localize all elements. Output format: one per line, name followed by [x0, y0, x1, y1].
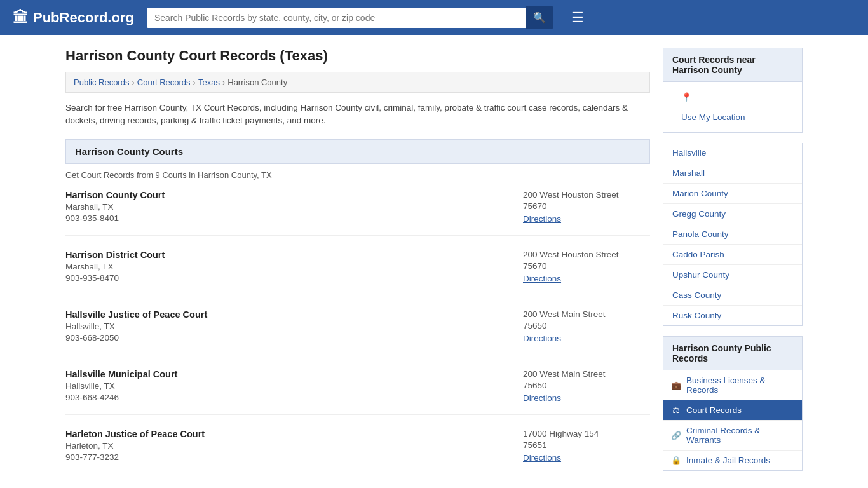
nearby-link-0[interactable]: Hallsville	[663, 143, 802, 163]
pr-icon-1: ⚖	[671, 405, 681, 415]
sidebar: Court Records near Harrison County 📍 Use…	[663, 48, 803, 488]
nearby-list: 📍 Use My Location	[663, 82, 803, 133]
use-location-item[interactable]: 📍 Use My Location	[663, 82, 802, 132]
nearby-item-5[interactable]: Caddo Parish	[663, 245, 802, 265]
search-input[interactable]	[147, 8, 526, 28]
breadcrumb-sep-3: ›	[222, 78, 225, 87]
pr-icon-0: 💼	[671, 381, 681, 390]
court-left-4: Harleton Justice of Peace Court Harleton…	[65, 429, 205, 463]
nearby-link-4[interactable]: Panola County	[663, 224, 802, 244]
pr-item-2[interactable]: 🔗 Criminal Records & Warrants	[663, 421, 802, 451]
nearby-item-1[interactable]: Marshall	[663, 163, 802, 184]
court-left-2: Hallsville Justice of Peace Court Hallsv…	[65, 309, 207, 343]
breadcrumb-court-records[interactable]: Court Records	[137, 78, 191, 87]
breadcrumb-sep-1: ›	[132, 78, 134, 87]
pr-item-3[interactable]: 🔒 Inmate & Jail Records	[663, 451, 802, 470]
nearby-item-2[interactable]: Marion County	[663, 184, 802, 204]
court-entry: Harleton Justice of Peace Court Harleton…	[65, 429, 650, 474]
search-bar: 🔍	[147, 6, 553, 29]
court-name-2: Hallsville Justice of Peace Court	[65, 309, 207, 320]
court-entry: Hallsville Justice of Peace Court Hallsv…	[65, 309, 650, 355]
court-right-1: 200 West Houston Street 75670 Directions	[523, 250, 650, 283]
court-right-4: 17000 Highway 154 75651 Directions	[523, 429, 650, 463]
pr-label-0: Business Licenses & Records	[686, 376, 794, 395]
nearby-item-0[interactable]: Hallsville	[663, 143, 802, 163]
pr-link-3[interactable]: 🔒 Inmate & Jail Records	[663, 451, 802, 470]
nearby-item-4[interactable]: Panola County	[663, 224, 802, 245]
court-phone-0: 903-935-8401	[65, 214, 165, 223]
location-icon: 📍	[672, 87, 793, 107]
directions-link-2[interactable]: Directions	[523, 334, 561, 343]
court-name-1: Harrison District Court	[65, 250, 165, 260]
nearby-items-list: HallsvilleMarshallMarion CountyGregg Cou…	[663, 143, 803, 326]
breadcrumb-harrison-county: Harrison County	[227, 78, 287, 87]
content: Harrison County Court Records (Texas) Pu…	[65, 48, 650, 488]
directions-link-4[interactable]: Directions	[523, 453, 561, 463]
pr-label-3: Inmate & Jail Records	[686, 456, 770, 465]
court-address-2: 200 West Main Street	[523, 309, 650, 319]
court-left-3: Hallsville Municipal Court Hallsville, T…	[65, 369, 177, 403]
logo[interactable]: 🏛 PubRecord.org	[13, 9, 134, 27]
nearby-item-7[interactable]: Cass County	[663, 285, 802, 306]
court-right-3: 200 West Main Street 75650 Directions	[523, 369, 650, 403]
breadcrumb: Public Records › Court Records › Texas ›…	[65, 72, 650, 93]
pr-item-1[interactable]: ⚖ Court Records	[663, 400, 802, 421]
main-layout: Harrison County Court Records (Texas) Pu…	[53, 35, 815, 488]
pr-item-0[interactable]: 💼 Business Licenses & Records	[663, 370, 802, 400]
pr-icon-2: 🔗	[671, 431, 681, 440]
pr-link-1[interactable]: ⚖ Court Records	[663, 400, 802, 420]
court-phone-2: 903-668-2050	[65, 333, 207, 342]
pr-link-0[interactable]: 💼 Business Licenses & Records	[663, 370, 802, 400]
court-entry: Harrison District Court Marshall, TX 903…	[65, 250, 650, 295]
logo-text: PubRecord.org	[33, 10, 134, 26]
breadcrumb-texas[interactable]: Texas	[198, 78, 220, 87]
court-name-4: Harleton Justice of Peace Court	[65, 429, 205, 439]
court-zip-4: 75651	[523, 440, 650, 450]
court-entry: Hallsville Municipal Court Hallsville, T…	[65, 369, 650, 415]
nearby-link-8[interactable]: Rusk County	[663, 306, 802, 325]
pr-icon-3: 🔒	[671, 456, 681, 465]
court-zip-0: 75670	[523, 201, 650, 211]
courts-list: Harrison County Court Marshall, TX 903-9…	[65, 190, 650, 474]
nearby-link-7[interactable]: Cass County	[663, 285, 802, 305]
use-location-link[interactable]: 📍 Use My Location	[663, 82, 802, 132]
court-name-0: Harrison County Court	[65, 190, 165, 200]
nearby-link-2[interactable]: Marion County	[663, 184, 802, 203]
breadcrumb-public-records[interactable]: Public Records	[74, 78, 129, 87]
court-left-0: Harrison County Court Marshall, TX 903-9…	[65, 190, 165, 224]
court-address-1: 200 West Houston Street	[523, 250, 650, 259]
nearby-link-6[interactable]: Upshur County	[663, 265, 802, 285]
header: 🏛 PubRecord.org 🔍 ☰	[0, 0, 868, 35]
court-zip-1: 75670	[523, 261, 650, 271]
courts-count: Get Court Records from 9 Courts in Harri…	[65, 170, 650, 180]
nearby-link-5[interactable]: Caddo Parish	[663, 245, 802, 264]
court-name-3: Hallsville Municipal Court	[65, 369, 177, 379]
court-zip-3: 75650	[523, 381, 650, 390]
use-location-label: Use My Location	[672, 107, 793, 127]
hamburger-button[interactable]: ☰	[571, 10, 584, 26]
nearby-item-6[interactable]: Upshur County	[663, 265, 802, 285]
logo-icon: 🏛	[13, 9, 28, 27]
court-city-1: Marshall, TX	[65, 262, 165, 271]
courts-section-header: Harrison County Courts	[65, 139, 650, 164]
description: Search for free Harrison County, TX Cour…	[65, 102, 650, 128]
public-records-header: Harrison County Public Records	[663, 336, 803, 370]
nearby-item-3[interactable]: Gregg County	[663, 204, 802, 224]
search-button[interactable]: 🔍	[526, 6, 553, 29]
court-phone-4: 903-777-3232	[65, 452, 205, 462]
court-zip-2: 75650	[523, 321, 650, 330]
nearby-link-1[interactable]: Marshall	[663, 163, 802, 183]
nearby-link-3[interactable]: Gregg County	[663, 204, 802, 224]
court-phone-1: 903-935-8470	[65, 273, 165, 283]
directions-link-1[interactable]: Directions	[523, 274, 561, 283]
nearby-item-8[interactable]: Rusk County	[663, 306, 802, 325]
court-right-0: 200 West Houston Street 75670 Directions	[523, 190, 650, 224]
court-city-0: Marshall, TX	[65, 202, 165, 212]
court-right-2: 200 West Main Street 75650 Directions	[523, 309, 650, 343]
pr-link-2[interactable]: 🔗 Criminal Records & Warrants	[663, 421, 802, 450]
court-city-4: Harleton, TX	[65, 441, 205, 451]
court-address-3: 200 West Main Street	[523, 369, 650, 379]
directions-link-3[interactable]: Directions	[523, 393, 561, 403]
directions-link-0[interactable]: Directions	[523, 214, 561, 224]
court-address-4: 17000 Highway 154	[523, 429, 650, 438]
